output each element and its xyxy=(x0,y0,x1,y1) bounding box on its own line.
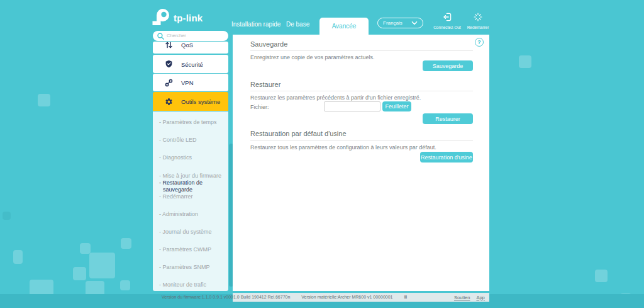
reboot-label: Redémarrer xyxy=(462,25,494,30)
content-panel: ? Sauvegarde Enregistrez une copie de vo… xyxy=(233,35,489,291)
tab-avancee[interactable]: Avancée xyxy=(319,18,369,35)
search-input[interactable] xyxy=(167,31,225,40)
logout-button[interactable]: Connectez-Out xyxy=(431,13,463,30)
app-link[interactable]: App xyxy=(476,295,484,300)
footer-extra: Ⅲ xyxy=(404,295,407,300)
search-box xyxy=(153,31,228,41)
help-icon[interactable]: ? xyxy=(475,38,484,47)
divider xyxy=(250,140,473,141)
restaurer-button[interactable]: Restaurer xyxy=(423,113,473,124)
sidebar-item-label: Outils système xyxy=(181,98,220,105)
factory-restore-button[interactable]: Restauration d'usine xyxy=(420,152,473,163)
sidebar-item-outils-systeme[interactable]: Outils système xyxy=(153,92,228,111)
section-desc-sauvegarde: Enregistrez une copie de vos paramètres … xyxy=(250,54,375,60)
submenu-redemarrer[interactable]: - Redémarrer xyxy=(159,193,225,200)
search-icon xyxy=(157,32,165,40)
divider xyxy=(250,91,473,91)
sauvegarde-button[interactable]: Sauvegarde xyxy=(423,60,473,71)
submenu-diagnostics[interactable]: - Diagnostics xyxy=(159,154,225,161)
language-selected: Français xyxy=(383,20,411,26)
footer-links: Soutien App xyxy=(454,295,485,300)
sidebar-item-securite[interactable]: Sécurité xyxy=(153,55,228,73)
submenu-controle-led[interactable]: - Contrôle LED xyxy=(159,137,225,144)
submenu-parametres-snmp[interactable]: - Paramètres SNMP xyxy=(159,264,225,271)
submenu-parametres-cwmp[interactable]: - Paramètres CWMP xyxy=(159,246,225,253)
language-select[interactable]: Français xyxy=(377,18,423,28)
shield-icon xyxy=(165,60,173,68)
divider xyxy=(250,50,473,51)
footer-info: Version du firmware:1.1.0 0.9.1 v0001.0 … xyxy=(162,295,407,300)
hardware-version: Version matérielle:Archer MR600 v1 00000… xyxy=(301,295,392,300)
file-input[interactable] xyxy=(324,101,380,111)
sidebar-item-label: VPN xyxy=(181,79,194,86)
logout-icon xyxy=(443,13,452,21)
section-title-restauration-usine: Restauration par défaut d'usine xyxy=(250,130,347,137)
section-desc-restauration-usine: Restaurez tous les paramètres de configu… xyxy=(250,144,436,151)
submenu-mise-a-jour-du-firmware[interactable]: - Mise à jour du firmware xyxy=(159,173,225,180)
tp-link-logo-icon xyxy=(151,8,170,27)
reboot-icon xyxy=(474,13,482,21)
qos-arrows-icon xyxy=(165,42,173,49)
firmware-version: Version du firmware:1.1.0 0.9.1 v0001.0 … xyxy=(162,295,290,300)
section-desc-restaurer: Restaurez les paramètres précédents à pa… xyxy=(250,94,421,101)
gear-icon xyxy=(165,98,173,106)
submenu-journal-du-systeme[interactable]: - Journal du système xyxy=(159,229,225,236)
sidebar-item-vpn[interactable]: VPN xyxy=(153,74,228,91)
tp-link-logo: tp-link xyxy=(151,8,220,27)
page: tp-link Installation rapide De base Avan… xyxy=(0,0,644,308)
soutien-link[interactable]: Soutien xyxy=(454,295,470,300)
submenu-administration[interactable]: - Administration xyxy=(159,211,225,218)
logout-label: Connectez-Out xyxy=(431,25,463,30)
section-title-restaurer: Restaurer xyxy=(250,81,280,88)
section-title-sauvegarde: Sauvegarde xyxy=(250,40,287,48)
reboot-button[interactable]: Redémarrer xyxy=(462,13,494,30)
key-link-icon xyxy=(165,79,173,87)
sidebar-item-qos[interactable]: QoS xyxy=(153,42,228,54)
tab-installation-rapide[interactable]: Installation rapide xyxy=(231,21,280,28)
submenu-moniteur-de-trafic[interactable]: - Moniteur de trafic xyxy=(159,282,225,288)
sidebar-item-label: QoS xyxy=(181,42,193,48)
file-label: Fichier: xyxy=(250,104,269,110)
tab-de-base[interactable]: De base xyxy=(286,21,309,28)
system-tools-submenu: - Paramètres de temps - Contrôle LED - D… xyxy=(153,111,228,291)
browse-button[interactable]: Feuilleter xyxy=(382,101,411,111)
brand-text: tp-link xyxy=(174,13,203,23)
submenu-parametres-de-temps[interactable]: - Paramètres de temps xyxy=(159,119,225,126)
submenu-restauration-de-sauvegarde[interactable]: - Restauration de sauvegarde xyxy=(159,180,225,193)
sidebar-item-label: Sécurité xyxy=(181,60,203,67)
chevron-down-icon xyxy=(411,21,418,26)
